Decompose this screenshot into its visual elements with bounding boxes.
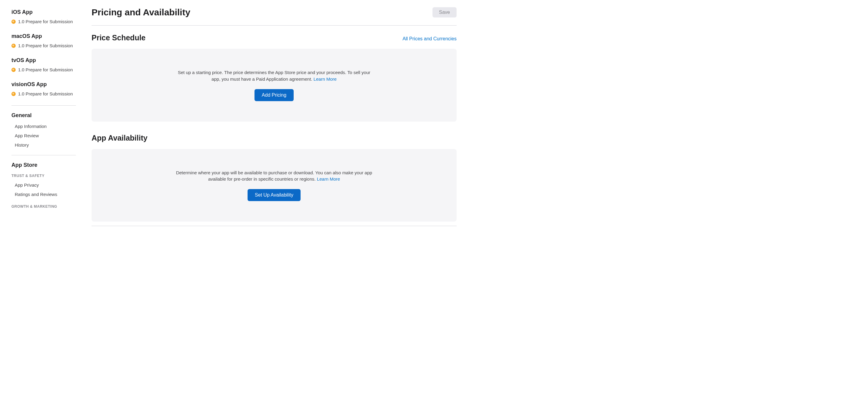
availability-description: Determine where your app will be availab… (175, 169, 373, 183)
version-item[interactable]: 1.0 Prepare for Submission (11, 66, 81, 73)
platform-section-tvos: tvOS App 1.0 Prepare for Submission (11, 57, 81, 73)
nav-item-ratings-reviews[interactable]: Ratings and Reviews (11, 190, 81, 199)
platform-heading[interactable]: tvOS App (11, 57, 81, 64)
set-up-availability-button[interactable]: Set Up Availability (248, 189, 301, 201)
section-divider (92, 226, 457, 226)
price-panel: Set up a starting price. The price deter… (92, 49, 457, 122)
section-title-availability: App Availability (92, 134, 148, 143)
platform-heading[interactable]: visionOS App (11, 81, 81, 88)
nav-item-app-information[interactable]: App Information (11, 122, 81, 131)
sidebar-divider (11, 105, 76, 106)
section-heading-appstore: App Store (11, 162, 81, 168)
price-learn-more-link[interactable]: Learn More (313, 76, 337, 82)
platform-heading[interactable]: macOS App (11, 33, 81, 39)
subsection-trust-safety: TRUST & SAFETY (11, 174, 81, 178)
main-content: Pricing and Availability Save Price Sche… (81, 0, 467, 407)
availability-description-text: Determine where your app will be availab… (176, 170, 372, 182)
status-pending-icon (11, 92, 16, 96)
availability-learn-more-link[interactable]: Learn More (317, 177, 340, 182)
app-availability-section: App Availability Determine where your ap… (92, 134, 457, 226)
version-item[interactable]: 1.0 Prepare for Submission (11, 91, 81, 97)
nav-item-history[interactable]: History (11, 140, 81, 150)
add-pricing-button[interactable]: Add Pricing (254, 89, 293, 101)
subsection-growth-marketing: GROWTH & MARKETING (11, 205, 81, 209)
section-title-price: Price Schedule (92, 33, 146, 42)
page-title: Pricing and Availability (92, 7, 190, 18)
appstore-section: App Store TRUST & SAFETY App Privacy Rat… (11, 162, 81, 209)
version-label: 1.0 Prepare for Submission (18, 43, 73, 48)
version-label: 1.0 Prepare for Submission (18, 67, 73, 72)
save-button[interactable]: Save (433, 7, 457, 18)
nav-item-app-review[interactable]: App Review (11, 131, 81, 140)
section-header: App Availability (92, 134, 457, 143)
status-pending-icon (11, 68, 16, 72)
availability-panel: Determine where your app will be availab… (92, 149, 457, 222)
platform-section-macos: macOS App 1.0 Prepare for Submission (11, 33, 81, 49)
platform-section-visionos: visionOS App 1.0 Prepare for Submission (11, 81, 81, 97)
general-section: General App Information App Review Histo… (11, 112, 81, 150)
version-item[interactable]: 1.0 Prepare for Submission (11, 42, 81, 49)
sidebar-divider (11, 155, 76, 155)
platform-heading[interactable]: iOS App (11, 9, 81, 15)
section-header: Price Schedule All Prices and Currencies (92, 33, 457, 42)
price-schedule-section: Price Schedule All Prices and Currencies… (92, 33, 457, 122)
version-label: 1.0 Prepare for Submission (18, 19, 73, 24)
price-description-text: Set up a starting price. The price deter… (178, 70, 370, 82)
all-prices-link[interactable]: All Prices and Currencies (402, 36, 457, 41)
nav-item-app-privacy[interactable]: App Privacy (11, 180, 81, 190)
version-item[interactable]: 1.0 Prepare for Submission (11, 19, 81, 25)
section-heading-general: General (11, 112, 81, 119)
version-label: 1.0 Prepare for Submission (18, 91, 73, 96)
status-pending-icon (11, 44, 16, 48)
price-description: Set up a starting price. The price deter… (175, 69, 373, 83)
sidebar: iOS App 1.0 Prepare for Submission macOS… (0, 0, 81, 407)
status-pending-icon (11, 20, 16, 24)
platform-section-ios: iOS App 1.0 Prepare for Submission (11, 9, 81, 25)
page-header: Pricing and Availability Save (92, 7, 457, 26)
